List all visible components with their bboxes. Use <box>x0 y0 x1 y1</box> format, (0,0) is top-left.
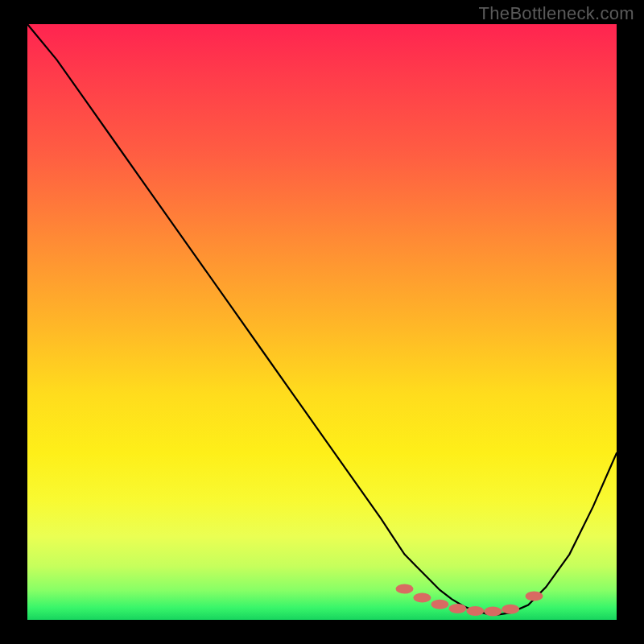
chart-frame: TheBottleneck.com <box>0 0 644 644</box>
marker-dot <box>413 593 431 603</box>
curve-svg <box>27 24 617 620</box>
marker-dot <box>448 604 466 613</box>
marker-dot <box>526 591 543 601</box>
marker-dot <box>484 607 502 617</box>
marker-dot <box>502 605 519 614</box>
optimal-range-markers <box>396 584 543 617</box>
bottleneck-curve <box>27 24 617 614</box>
watermark-label: TheBottleneck.com <box>479 3 634 24</box>
marker-dot <box>431 600 448 609</box>
marker-dot <box>396 584 414 594</box>
marker-dot <box>466 606 484 616</box>
plot-area <box>27 24 617 620</box>
